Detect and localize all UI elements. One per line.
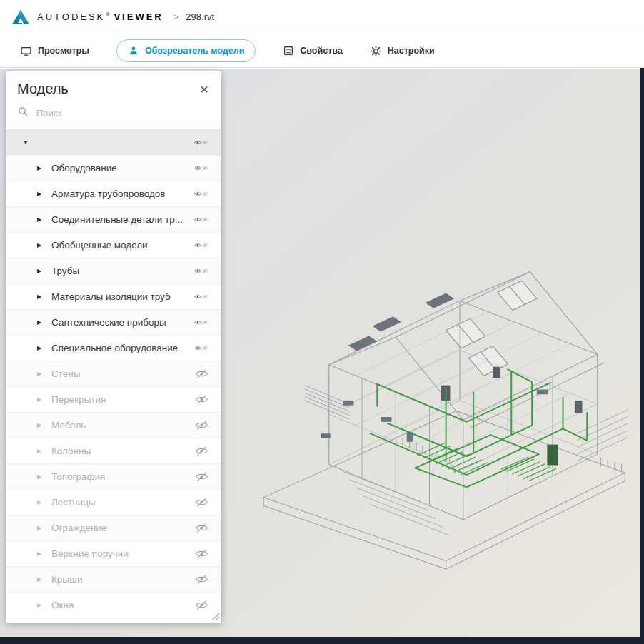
visibility-toggle[interactable] [194, 264, 208, 278]
app-header: AUTODESK ® VIEWER > 298.rvt [0, 0, 644, 34]
expand-caret-icon[interactable]: ▶ [37, 550, 49, 557]
expand-caret-icon[interactable]: ▶ [37, 165, 49, 171]
tree-item-label: Оборудование [51, 163, 117, 173]
expand-caret-icon[interactable]: ▶ [37, 216, 49, 223]
expand-caret-icon[interactable]: ▶ [37, 242, 49, 248]
properties-list-icon [283, 45, 294, 56]
expand-caret-icon[interactable]: ▶ [37, 602, 49, 608]
tree-row[interactable]: ▼ [6, 130, 221, 156]
tree-row[interactable]: ▶ Оборудование [6, 156, 221, 181]
tree-row[interactable]: ▶ Соединительные детали тр... [6, 207, 221, 233]
visibility-toggle[interactable] [194, 187, 208, 201]
autodesk-logo-icon[interactable] [11, 9, 30, 25]
tree-row[interactable]: ▶ Колонны [6, 438, 221, 464]
expand-caret-icon[interactable]: ▶ [37, 448, 49, 454]
visibility-toggle[interactable] [194, 444, 208, 458]
tree-row[interactable]: ▶ Арматура трубопроводов [6, 181, 221, 207]
tree-row[interactable]: ▶ Сантехнические приборы [6, 310, 221, 336]
visibility-toggle[interactable] [194, 521, 208, 535]
tab-settings-label: Настройки [388, 46, 435, 56]
tree-item-label: Перекрытия [51, 394, 106, 405]
visibility-toggle[interactable] [194, 341, 208, 356]
tree-row[interactable]: ▶ Специальное оборудование [6, 336, 221, 361]
eye-icon [194, 161, 201, 175]
eye-icon [194, 341, 201, 355]
tree-item-label: Материалы изоляции труб [51, 291, 171, 302]
tab-properties[interactable]: Свойства [283, 40, 342, 61]
tree-item-label: Трубы [51, 266, 79, 276]
visibility-toggle[interactable] [194, 418, 208, 433]
model-browser-panel: Модель × ▼ ▶ Оборудование [6, 71, 221, 623]
expand-caret-icon[interactable]: ▶ [37, 576, 49, 583]
expand-caret-icon[interactable]: ▶ [37, 525, 49, 531]
tree-item-label: Специальное оборудование [51, 343, 178, 353]
expand-caret-icon[interactable]: ▶ [37, 499, 49, 505]
tree-row[interactable]: ▶ Стены [6, 361, 221, 387]
tab-views[interactable]: Просмотры [20, 40, 89, 62]
search-icon [17, 106, 29, 121]
expand-caret-icon[interactable]: ▶ [37, 345, 49, 351]
tree-row[interactable]: ▶ Мебель [6, 413, 221, 438]
expand-caret-icon[interactable]: ▶ [37, 371, 49, 377]
visibility-toggle[interactable] [194, 393, 208, 407]
eye-slash-icon [201, 161, 208, 175]
visibility-toggle[interactable] [194, 238, 208, 253]
expand-caret-icon[interactable]: ▶ [37, 396, 49, 403]
model-3d-view [239, 227, 639, 571]
eye-icon [194, 136, 201, 149]
visibility-toggle[interactable] [194, 136, 208, 150]
search-bar [6, 104, 221, 130]
brand: AUTODESK ® VIEWER [37, 11, 163, 22]
expand-caret-icon[interactable]: ▶ [37, 191, 49, 197]
visibility-toggle[interactable] [194, 495, 208, 510]
eye-slash-icon [201, 264, 208, 278]
expand-caret-icon[interactable]: ▶ [37, 422, 49, 428]
tree-item-label: Верхние поручни [51, 548, 129, 559]
toolbar: Просмотры Обозреватель модели Свойства Н… [0, 34, 644, 68]
eye-slash-icon [201, 187, 208, 201]
panel-header: Модель × [6, 71, 221, 104]
tree-row[interactable]: ▶ Ограждение [6, 515, 221, 541]
tree-row[interactable]: ▶ Трубы [6, 258, 221, 284]
visibility-toggle[interactable] [194, 547, 208, 561]
tree-item-label: Ограждение [51, 523, 106, 533]
visibility-toggle[interactable] [194, 470, 208, 484]
visibility-toggle[interactable] [194, 316, 208, 330]
eye-slash-icon [195, 393, 208, 406]
visibility-toggle[interactable] [194, 213, 208, 227]
eye-slash-icon [195, 367, 208, 381]
visibility-toggle[interactable] [194, 161, 208, 176]
expand-caret-icon[interactable]: ▶ [37, 473, 49, 480]
eye-slash-icon [201, 213, 208, 226]
tree-row[interactable]: ▶ Перекрытия [6, 387, 221, 413]
eye-slash-icon [195, 547, 208, 560]
tree-row[interactable]: ▶ Обобщенные модели [6, 233, 221, 258]
visibility-toggle[interactable] [194, 367, 208, 381]
tree-row[interactable]: ▶ Топография [6, 464, 221, 490]
tab-settings[interactable]: Настройки [370, 40, 435, 62]
visibility-toggle[interactable] [194, 598, 208, 613]
eye-slash-icon [201, 238, 208, 252]
expand-caret-icon[interactable]: ▼ [23, 139, 34, 146]
search-input[interactable] [36, 108, 210, 119]
tree-row[interactable]: ▶ Крыши [6, 567, 221, 593]
eye-icon [194, 316, 201, 329]
eye-icon [194, 213, 201, 226]
eye-slash-icon [201, 341, 208, 355]
expand-caret-icon[interactable]: ▶ [37, 268, 49, 274]
expand-caret-icon[interactable]: ▶ [37, 293, 49, 300]
tree-row[interactable]: ▶ Лестницы [6, 490, 221, 515]
tab-model-browser[interactable]: Обозреватель модели [116, 39, 256, 62]
visibility-toggle[interactable] [194, 573, 208, 587]
tree-row[interactable]: ▶ Верхние поручни [6, 541, 221, 567]
views-monitor-icon [20, 45, 32, 57]
expand-caret-icon[interactable]: ▶ [37, 319, 49, 326]
tab-views-label: Просмотры [38, 46, 89, 56]
panel-resize-handle[interactable] [210, 611, 220, 621]
tree-row[interactable]: ▶ Материалы изоляции труб [6, 284, 221, 310]
close-icon[interactable]: × [198, 81, 210, 96]
tree-row[interactable]: ▶ Окна [6, 593, 221, 618]
tree-item-label: Мебель [51, 420, 86, 431]
visibility-toggle[interactable] [194, 290, 208, 304]
panel-title: Модель [17, 81, 69, 97]
